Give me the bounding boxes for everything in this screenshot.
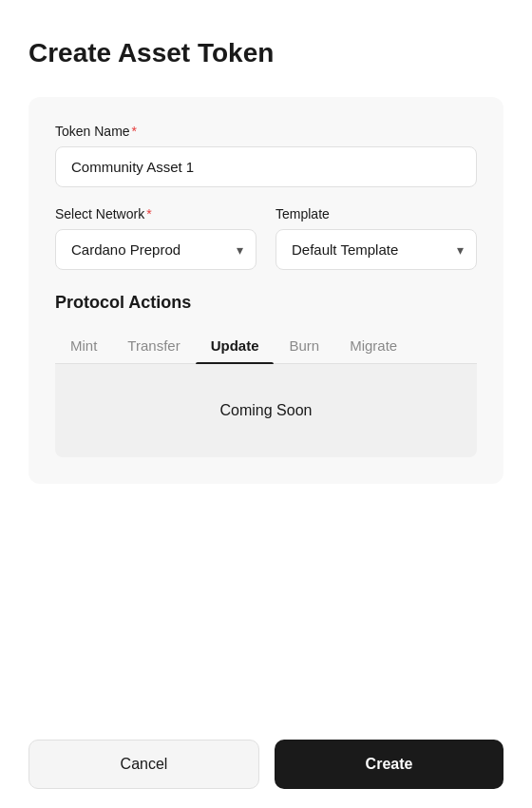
tabs-row: Mint Transfer Update Burn Migrate [55, 328, 477, 364]
token-name-label: Token Name* [55, 124, 477, 139]
cancel-button[interactable]: Cancel [28, 740, 259, 789]
tab-burn[interactable]: Burn [274, 328, 334, 363]
network-template-row: Select Network* Cardano Preprod ▾ Templa… [55, 206, 477, 270]
network-label: Select Network* [55, 206, 256, 221]
form-card: Token Name* Select Network* Cardano Prep… [28, 97, 504, 484]
network-field: Select Network* Cardano Preprod ▾ [55, 206, 256, 270]
tab-update[interactable]: Update [196, 328, 275, 363]
create-button[interactable]: Create [275, 740, 504, 789]
page-title: Create Asset Token [28, 38, 504, 68]
tab-migrate[interactable]: Migrate [334, 328, 412, 363]
tab-mint[interactable]: Mint [55, 328, 112, 363]
protocol-actions-title: Protocol Actions [55, 293, 477, 313]
template-select[interactable]: Default Template [276, 229, 477, 270]
template-select-wrapper: Default Template ▾ [276, 229, 477, 270]
token-name-field: Token Name* [55, 124, 477, 187]
network-select[interactable]: Cardano Preprod [55, 229, 256, 270]
tab-transfer[interactable]: Transfer [112, 328, 195, 363]
coming-soon-text: Coming Soon [220, 402, 313, 419]
token-name-input[interactable] [55, 146, 477, 187]
template-label: Template [276, 206, 477, 221]
template-field: Template Default Template ▾ [276, 206, 477, 270]
tab-content-area: Coming Soon [55, 364, 477, 457]
required-indicator: * [132, 124, 137, 139]
network-select-wrapper: Cardano Preprod ▾ [55, 229, 256, 270]
network-required: * [146, 206, 151, 221]
footer: Cancel Create [0, 721, 532, 808]
